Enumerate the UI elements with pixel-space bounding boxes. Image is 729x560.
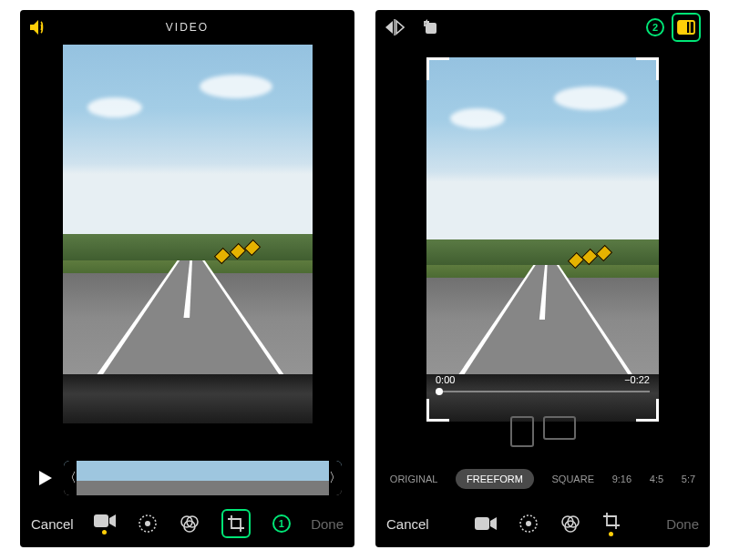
top-bar: VIDEO (20, 10, 354, 45)
preview-scene (426, 57, 659, 422)
svg-rect-9 (678, 21, 687, 34)
svg-point-2 (145, 521, 150, 526)
orientation-portrait[interactable] (510, 416, 534, 447)
tool-crop[interactable] (602, 512, 621, 536)
aspect-ratio-icon[interactable] (675, 16, 697, 38)
cancel-button[interactable]: Cancel (386, 516, 429, 532)
done-button[interactable]: Done (311, 516, 344, 532)
svg-rect-11 (475, 517, 489, 530)
step-badge: 2 (646, 18, 664, 36)
step-badge: 1 (272, 514, 291, 533)
tool-crop[interactable] (225, 513, 247, 535)
aspect-9-16[interactable]: 9:16 (612, 473, 631, 484)
highlight-aspect-tool (672, 13, 701, 42)
screen-video-edit: VIDEO 〈 〉 Cancel (20, 10, 354, 547)
aspect-5-7[interactable]: 5:7 (682, 473, 695, 484)
timeline-frames[interactable]: 〈 〉 (64, 461, 342, 495)
svg-rect-7 (426, 23, 436, 34)
aspect-4-5[interactable]: 4:5 (650, 473, 663, 484)
header-title: VIDEO (49, 21, 325, 34)
aspect-freeform[interactable]: FREEFORM (456, 469, 534, 489)
highlight-crop-tool (221, 509, 251, 538)
tool-video[interactable] (475, 516, 497, 531)
volume-icon[interactable] (29, 19, 49, 36)
top-bar: 2 (375, 10, 710, 45)
crop-corner-tr[interactable] (636, 57, 659, 80)
time-remaining: −0:22 (624, 374, 650, 385)
tool-row (475, 512, 621, 536)
aspect-original[interactable]: ORIGINAL (390, 473, 438, 484)
time-overlay: 0:00 −0:22 (436, 374, 650, 392)
video-preview[interactable] (63, 45, 313, 423)
done-button[interactable]: Done (666, 516, 699, 532)
preview-scene (63, 45, 313, 423)
trim-handle-right[interactable]: 〉 (329, 461, 342, 495)
tool-adjust[interactable] (138, 514, 158, 534)
scrubber-thumb[interactable] (436, 388, 443, 395)
orientation-row (375, 416, 710, 447)
bottom-bar: Cancel 1 Done (20, 500, 354, 547)
tool-video[interactable] (94, 514, 116, 535)
rotate-icon[interactable] (421, 18, 439, 36)
active-dot-icon (609, 532, 613, 536)
scrubber-track[interactable] (436, 391, 650, 392)
svg-rect-0 (94, 514, 108, 527)
cancel-button[interactable]: Cancel (31, 516, 74, 532)
svg-point-13 (526, 521, 531, 526)
play-icon[interactable] (33, 466, 56, 490)
tool-row: 1 (94, 509, 291, 538)
aspect-square[interactable]: SQUARE (552, 473, 594, 484)
time-current: 0:00 (436, 374, 455, 385)
active-dot-icon (102, 530, 107, 535)
orientation-landscape[interactable] (543, 416, 576, 440)
timeline: 〈 〉 (33, 458, 342, 498)
screen-crop-edit: 2 0:00 (375, 10, 710, 547)
trim-handle-left[interactable]: 〈 (64, 461, 77, 495)
crop-corner-tl[interactable] (426, 57, 449, 80)
tool-adjust[interactable] (519, 514, 539, 534)
aspect-row: ORIGINAL FREEFORM SQUARE 9:16 4:5 5:7 (375, 469, 710, 489)
tool-filters[interactable] (560, 514, 580, 534)
bottom-bar: Cancel Done (375, 500, 710, 547)
flip-icon[interactable] (385, 18, 405, 36)
tool-filters[interactable] (180, 514, 200, 534)
crop-preview[interactable]: 0:00 −0:22 (426, 57, 659, 422)
